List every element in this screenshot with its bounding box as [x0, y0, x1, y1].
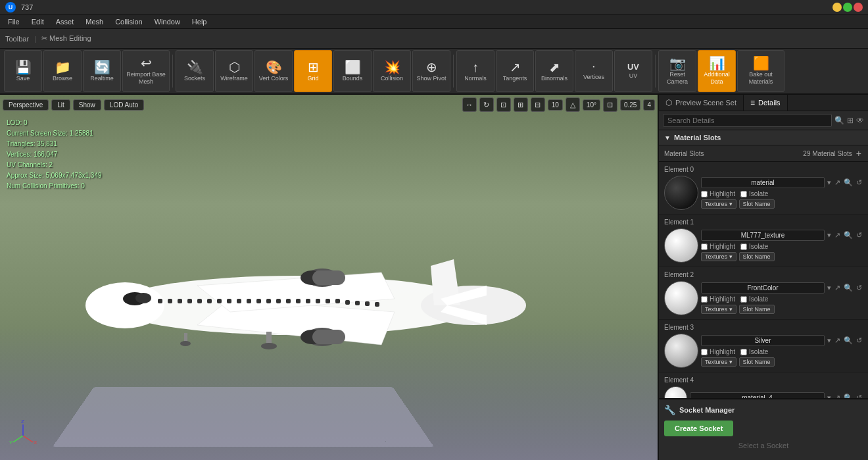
tool-sockets[interactable]: 🔌 Sockets [176, 50, 214, 92]
element-2-slot-name-btn[interactable]: Slot Name [739, 305, 775, 314]
tool-show-pivot[interactable]: ⊕ Show Pivot [412, 50, 450, 92]
details-icon: ≡ [750, 98, 755, 107]
element-4-material-dropdown[interactable]: material_4 [690, 392, 825, 398]
element-0-isolate-check[interactable]: Isolate [740, 190, 768, 197]
element-2-arrow-icon[interactable]: ▾ [827, 283, 832, 293]
angle-value-btn[interactable]: 10° [583, 99, 600, 111]
tab-preview-scene-set[interactable]: ⬡ Preview Scene Set [659, 95, 744, 111]
element-0-slot-name-btn[interactable]: Slot Name [739, 199, 775, 209]
element-3-slot-name-btn[interactable]: Slot Name [739, 357, 775, 367]
tool-realtime[interactable]: 🔄 Realtime [83, 50, 121, 92]
search-icon[interactable]: 🔍 [834, 116, 844, 125]
element-1-textures-btn[interactable]: Textures ▾ [701, 252, 736, 261]
element-3-textures-btn[interactable]: Textures ▾ [701, 357, 736, 367]
element-1-reset-icon[interactable]: ↺ [856, 230, 863, 240]
menu-window[interactable]: Window [149, 16, 185, 27]
tool-reimport-label: Reimport Base Mesh [124, 71, 168, 86]
menu-edit[interactable]: Edit [26, 16, 49, 27]
element-1-browse-icon[interactable]: ↗ [834, 230, 841, 240]
tool-reset-camera[interactable]: 📷 Reset Camera [658, 50, 696, 92]
maximize-button[interactable] [843, 3, 852, 12]
menu-file[interactable]: File [3, 16, 25, 27]
tool-collision[interactable]: 💥 Collision [373, 50, 411, 92]
element-2-material-dropdown[interactable]: FrontColor [701, 282, 825, 294]
element-3-reset-icon[interactable]: ↺ [856, 336, 863, 345]
tool-browse[interactable]: 📁 Browse [43, 50, 82, 92]
element-3-search-icon[interactable]: 🔍 [843, 336, 854, 345]
tool-grid[interactable]: ⊞ Grid [294, 50, 332, 92]
element-4-reset-icon[interactable]: ↺ [856, 393, 863, 398]
element-4-browse-icon[interactable]: ↗ [834, 393, 841, 398]
tab-details[interactable]: ≡ Details [744, 95, 788, 111]
element-1-highlight-check[interactable]: Highlight [701, 243, 735, 250]
menu-asset[interactable]: Asset [51, 16, 80, 27]
element-3-material-dropdown[interactable]: Silver [701, 335, 825, 346]
search-input[interactable] [663, 114, 832, 127]
close-button[interactable] [854, 3, 863, 12]
angle-icon[interactable]: △ [566, 97, 580, 112]
tool-vert-colors[interactable]: 🎨 Vert Colors [254, 50, 293, 92]
element-0-textures-btn[interactable]: Textures ▾ [701, 199, 736, 209]
element-2-highlight-check[interactable]: Highlight [701, 295, 735, 303]
element-0-highlight-check[interactable]: Highlight [701, 190, 735, 197]
element-3-isolate-check[interactable]: Isolate [740, 348, 768, 355]
tool-uv[interactable]: UV UV [614, 50, 652, 92]
viewport-3d[interactable]: Perspective Lit Show LOD Auto ↔ ↻ ⊡ ⊞ ⊟ … [0, 95, 658, 460]
eye-icon[interactable]: 👁 [856, 116, 864, 125]
element-1-material-dropdown[interactable]: ML777_texture [701, 230, 825, 241]
tool-tangents[interactable]: ↗ Tangents [496, 50, 534, 92]
translate-icon[interactable]: ↔ [462, 97, 477, 112]
element-1-isolate-check[interactable]: Isolate [740, 243, 768, 250]
airplane-model [66, 167, 526, 444]
material-slots-section-header[interactable]: ▼ Material Slots [659, 130, 868, 145]
grid-toggle-icon[interactable]: ⊞ [514, 97, 528, 112]
element-2-isolate-check[interactable]: Isolate [740, 295, 768, 303]
element-0-reset-icon[interactable]: ↺ [856, 178, 863, 188]
tool-normals[interactable]: ↑ Normals [456, 50, 494, 92]
element-3-highlight-check[interactable]: Highlight [701, 348, 735, 355]
show-button[interactable]: Show [73, 99, 101, 111]
scale-icon[interactable]: ⊡ [496, 97, 511, 112]
element-1-slot-name-btn[interactable]: Slot Name [739, 252, 775, 261]
element-0-search-icon[interactable]: 🔍 [843, 178, 854, 188]
element-0-arrow-icon[interactable]: ▾ [827, 178, 832, 188]
tool-bounds[interactable]: ⬜ Bounds [333, 50, 372, 92]
element-0-header: Element 0 [664, 166, 863, 173]
tool-vertices[interactable]: ⬝ Vertices [575, 50, 613, 92]
element-3-arrow-icon[interactable]: ▾ [827, 336, 832, 345]
material-slots-list: Element 0 material ▾ ↗ 🔍 ↺ [659, 162, 868, 398]
tool-reimport[interactable]: ↩ Reimport Base Mesh [122, 50, 170, 92]
minimize-button[interactable] [832, 3, 842, 12]
element-2-search-icon[interactable]: 🔍 [843, 283, 854, 293]
snap-value-btn[interactable]: 10 [548, 99, 563, 111]
element-2-textures-btn[interactable]: Textures ▾ [701, 305, 736, 314]
snap-icon[interactable]: ⊟ [531, 97, 545, 112]
element-0-material-dropdown[interactable]: material [701, 177, 825, 188]
menu-collision[interactable]: Collision [110, 16, 148, 27]
scale-snap-icon[interactable]: ⊡ [603, 97, 617, 112]
grid-view-icon[interactable]: ⊞ [847, 116, 854, 125]
menu-help[interactable]: Help [187, 16, 212, 27]
element-4-arrow-icon[interactable]: ▾ [827, 393, 832, 398]
element-2-browse-icon[interactable]: ↗ [834, 283, 841, 293]
element-1-search-icon[interactable]: 🔍 [843, 230, 854, 240]
tool-additional-data[interactable]: 📊 Additional Data [698, 50, 736, 92]
scale-value-btn[interactable]: 0.25 [620, 99, 640, 111]
menu-mesh[interactable]: Mesh [80, 16, 108, 27]
element-3-browse-icon[interactable]: ↗ [834, 336, 841, 345]
rotate-icon[interactable]: ↻ [479, 97, 494, 112]
tool-binormals[interactable]: ⬈ Binormals [535, 50, 573, 92]
tool-wireframe[interactable]: ⬡ Wireframe [215, 50, 253, 92]
element-1-arrow-icon[interactable]: ▾ [827, 230, 832, 240]
lit-button[interactable]: Lit [51, 99, 70, 111]
element-0-browse-icon[interactable]: ↗ [834, 178, 841, 188]
element-2-reset-icon[interactable]: ↺ [856, 283, 863, 293]
element-4-search-icon[interactable]: 🔍 [843, 393, 854, 398]
perspective-button[interactable]: Perspective [3, 99, 49, 111]
lod-button[interactable]: LOD Auto [104, 99, 144, 111]
tool-bake-out[interactable]: 🟧 Bake out Materials [737, 50, 784, 92]
create-socket-button[interactable]: Create Socket [664, 421, 733, 436]
tool-save[interactable]: 💾 Save [4, 50, 42, 92]
add-material-slot-button[interactable]: + [855, 148, 863, 159]
camera-speed-btn[interactable]: 4 [643, 99, 655, 111]
